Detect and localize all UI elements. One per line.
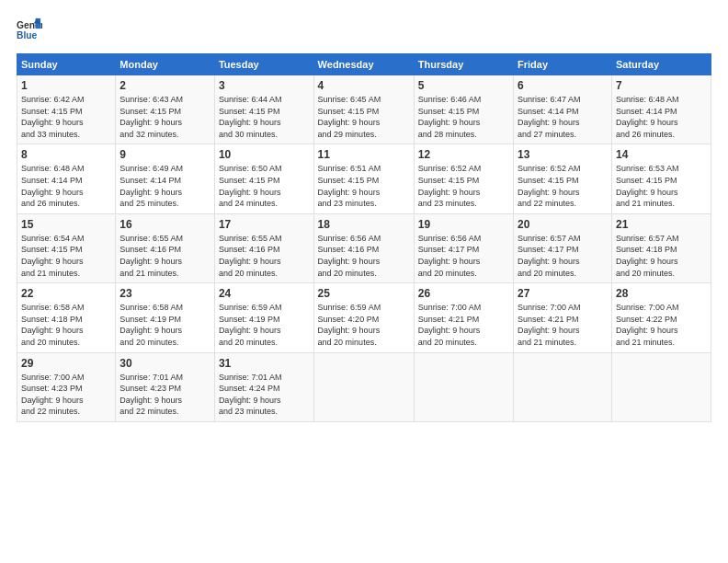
calendar-cell: 7Sunrise: 6:48 AM Sunset: 4:14 PM Daylig… [611, 75, 711, 144]
calendar-week-row: 8Sunrise: 6:48 AM Sunset: 4:14 PM Daylig… [17, 144, 711, 213]
weekday-header: Sunday [17, 54, 116, 75]
day-number: 3 [219, 79, 310, 92]
day-number: 28 [616, 287, 707, 300]
calendar-cell: 17Sunrise: 6:55 AM Sunset: 4:16 PM Dayli… [214, 213, 313, 282]
weekday-header: Wednesday [313, 54, 414, 75]
logo: General Blue [17, 17, 46, 42]
day-number: 25 [318, 287, 410, 300]
calendar-cell: 26Sunrise: 7:00 AM Sunset: 4:21 PM Dayli… [414, 283, 513, 352]
calendar-cell: 13Sunrise: 6:52 AM Sunset: 4:15 PM Dayli… [514, 144, 612, 213]
calendar-cell: 11Sunrise: 6:51 AM Sunset: 4:15 PM Dayli… [313, 144, 414, 213]
day-number: 19 [418, 218, 509, 231]
calendar-cell: 12Sunrise: 6:52 AM Sunset: 4:15 PM Dayli… [414, 144, 513, 213]
day-info: Sunrise: 6:58 AM Sunset: 4:18 PM Dayligh… [21, 302, 111, 348]
day-info: Sunrise: 6:54 AM Sunset: 4:15 PM Dayligh… [21, 233, 111, 279]
calendar-header-row: SundayMondayTuesdayWednesdayThursdayFrid… [17, 54, 711, 75]
day-number: 5 [418, 79, 509, 92]
day-info: Sunrise: 6:55 AM Sunset: 4:16 PM Dayligh… [119, 233, 210, 279]
svg-text:Blue: Blue [17, 30, 38, 40]
day-info: Sunrise: 6:44 AM Sunset: 4:15 PM Dayligh… [219, 94, 310, 140]
day-number: 7 [616, 79, 707, 92]
weekday-header: Tuesday [214, 54, 313, 75]
day-number: 20 [518, 218, 608, 231]
calendar-cell: 24Sunrise: 6:59 AM Sunset: 4:19 PM Dayli… [214, 283, 313, 352]
calendar-cell: 30Sunrise: 7:01 AM Sunset: 4:23 PM Dayli… [116, 352, 215, 421]
day-info: Sunrise: 6:42 AM Sunset: 4:15 PM Dayligh… [21, 94, 111, 140]
calendar-cell: 15Sunrise: 6:54 AM Sunset: 4:15 PM Dayli… [17, 213, 116, 282]
day-number: 18 [318, 218, 410, 231]
calendar-cell: 6Sunrise: 6:47 AM Sunset: 4:14 PM Daylig… [514, 75, 612, 144]
day-number: 12 [418, 148, 509, 161]
day-number: 13 [518, 148, 608, 161]
day-info: Sunrise: 7:00 AM Sunset: 4:23 PM Dayligh… [21, 372, 111, 418]
calendar-week-row: 1Sunrise: 6:42 AM Sunset: 4:15 PM Daylig… [17, 75, 711, 144]
day-info: Sunrise: 6:49 AM Sunset: 4:14 PM Dayligh… [119, 163, 210, 209]
calendar-cell: 1Sunrise: 6:42 AM Sunset: 4:15 PM Daylig… [17, 75, 116, 144]
calendar-cell [611, 352, 711, 421]
calendar-cell: 21Sunrise: 6:57 AM Sunset: 4:18 PM Dayli… [611, 213, 711, 282]
day-number: 1 [21, 79, 111, 92]
calendar-cell [514, 352, 612, 421]
day-info: Sunrise: 6:52 AM Sunset: 4:15 PM Dayligh… [518, 163, 608, 209]
day-number: 23 [119, 287, 210, 300]
calendar-cell: 25Sunrise: 6:59 AM Sunset: 4:20 PM Dayli… [313, 283, 414, 352]
day-info: Sunrise: 7:00 AM Sunset: 4:22 PM Dayligh… [616, 302, 707, 348]
calendar-week-row: 22Sunrise: 6:58 AM Sunset: 4:18 PM Dayli… [17, 283, 711, 352]
day-number: 30 [119, 357, 210, 370]
day-info: Sunrise: 6:48 AM Sunset: 4:14 PM Dayligh… [616, 94, 707, 140]
day-info: Sunrise: 6:51 AM Sunset: 4:15 PM Dayligh… [318, 163, 410, 209]
calendar-cell: 31Sunrise: 7:01 AM Sunset: 4:24 PM Dayli… [214, 352, 313, 421]
calendar-cell: 3Sunrise: 6:44 AM Sunset: 4:15 PM Daylig… [214, 75, 313, 144]
weekday-header: Saturday [611, 54, 711, 75]
calendar-cell: 20Sunrise: 6:57 AM Sunset: 4:17 PM Dayli… [514, 213, 612, 282]
day-info: Sunrise: 6:56 AM Sunset: 4:16 PM Dayligh… [318, 233, 410, 279]
day-number: 24 [219, 287, 310, 300]
day-number: 16 [119, 218, 210, 231]
day-info: Sunrise: 7:00 AM Sunset: 4:21 PM Dayligh… [518, 302, 608, 348]
day-number: 10 [219, 148, 310, 161]
day-info: Sunrise: 6:57 AM Sunset: 4:18 PM Dayligh… [616, 233, 707, 279]
day-info: Sunrise: 6:47 AM Sunset: 4:14 PM Dayligh… [518, 94, 608, 140]
calendar-cell: 27Sunrise: 7:00 AM Sunset: 4:21 PM Dayli… [514, 283, 612, 352]
calendar-cell: 22Sunrise: 6:58 AM Sunset: 4:18 PM Dayli… [17, 283, 116, 352]
day-number: 27 [518, 287, 608, 300]
day-info: Sunrise: 6:55 AM Sunset: 4:16 PM Dayligh… [219, 233, 310, 279]
logo-icon: General Blue [17, 17, 42, 42]
calendar-cell: 29Sunrise: 7:00 AM Sunset: 4:23 PM Dayli… [17, 352, 116, 421]
day-info: Sunrise: 7:01 AM Sunset: 4:24 PM Dayligh… [219, 372, 310, 418]
calendar-cell: 28Sunrise: 7:00 AM Sunset: 4:22 PM Dayli… [611, 283, 711, 352]
day-info: Sunrise: 6:53 AM Sunset: 4:15 PM Dayligh… [616, 163, 707, 209]
calendar-cell: 10Sunrise: 6:50 AM Sunset: 4:15 PM Dayli… [214, 144, 313, 213]
day-number: 21 [616, 218, 707, 231]
calendar-table: SundayMondayTuesdayWednesdayThursdayFrid… [17, 53, 711, 422]
day-info: Sunrise: 6:52 AM Sunset: 4:15 PM Dayligh… [418, 163, 509, 209]
page-container: General Blue SundayMondayTuesdayWednesda… [0, 0, 728, 431]
calendar-week-row: 15Sunrise: 6:54 AM Sunset: 4:15 PM Dayli… [17, 213, 711, 282]
calendar-week-row: 29Sunrise: 7:00 AM Sunset: 4:23 PM Dayli… [17, 352, 711, 421]
day-info: Sunrise: 6:58 AM Sunset: 4:19 PM Dayligh… [119, 302, 210, 348]
day-info: Sunrise: 6:56 AM Sunset: 4:17 PM Dayligh… [418, 233, 509, 279]
day-number: 31 [219, 357, 310, 370]
calendar-cell [414, 352, 513, 421]
day-info: Sunrise: 7:00 AM Sunset: 4:21 PM Dayligh… [418, 302, 509, 348]
day-info: Sunrise: 6:45 AM Sunset: 4:15 PM Dayligh… [318, 94, 410, 140]
day-number: 14 [616, 148, 707, 161]
day-info: Sunrise: 6:46 AM Sunset: 4:15 PM Dayligh… [418, 94, 509, 140]
calendar-cell: 4Sunrise: 6:45 AM Sunset: 4:15 PM Daylig… [313, 75, 414, 144]
day-number: 26 [418, 287, 509, 300]
day-number: 9 [119, 148, 210, 161]
calendar-cell: 9Sunrise: 6:49 AM Sunset: 4:14 PM Daylig… [116, 144, 215, 213]
day-number: 4 [318, 79, 410, 92]
day-info: Sunrise: 6:48 AM Sunset: 4:14 PM Dayligh… [21, 163, 111, 209]
calendar-cell: 19Sunrise: 6:56 AM Sunset: 4:17 PM Dayli… [414, 213, 513, 282]
calendar-cell: 23Sunrise: 6:58 AM Sunset: 4:19 PM Dayli… [116, 283, 215, 352]
calendar-cell: 5Sunrise: 6:46 AM Sunset: 4:15 PM Daylig… [414, 75, 513, 144]
calendar-cell: 14Sunrise: 6:53 AM Sunset: 4:15 PM Dayli… [611, 144, 711, 213]
day-number: 15 [21, 218, 111, 231]
day-number: 17 [219, 218, 310, 231]
day-number: 2 [119, 79, 210, 92]
day-number: 6 [518, 79, 608, 92]
calendar-cell: 16Sunrise: 6:55 AM Sunset: 4:16 PM Dayli… [116, 213, 215, 282]
calendar-cell: 8Sunrise: 6:48 AM Sunset: 4:14 PM Daylig… [17, 144, 116, 213]
header: General Blue [17, 17, 711, 42]
